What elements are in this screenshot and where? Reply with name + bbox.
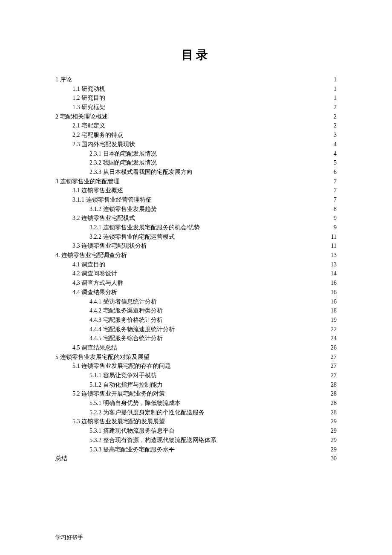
toc-entry[interactable]: 5.1 连锁零售业发展宅配的存在的问题27 bbox=[55, 361, 337, 371]
toc-page-number: 1 bbox=[334, 84, 337, 94]
toc-entry[interactable]: 3.1.1 连锁零售业经营管理特征7 bbox=[55, 195, 337, 205]
toc-page-number: 14 bbox=[331, 269, 337, 278]
toc-label: 4.4.2 宅配服务渠道种类分析 bbox=[89, 306, 163, 315]
toc-label: 1.2 研究目的 bbox=[72, 93, 105, 103]
toc-entry[interactable]: 4.2 调查问卷设计14 bbox=[55, 269, 337, 278]
toc-label: 4.1 调查目的 bbox=[72, 260, 105, 269]
toc-entry[interactable]: 4.4.3 宅配服务价格统计分析19 bbox=[55, 315, 337, 325]
toc-entry[interactable]: 5.3.2 整合现有资源，构造现代物流配送网络体系29 bbox=[55, 436, 337, 445]
toc-entry[interactable]: 2.3.3 从日本模式看我国的宅配发展方向6 bbox=[55, 168, 337, 177]
toc-label: 1.3 研究框架 bbox=[72, 103, 105, 112]
toc-label: 2.2 宅配服务的特点 bbox=[72, 130, 123, 140]
toc-entry[interactable]: 4.5 调查结果总结26 bbox=[55, 343, 337, 353]
toc-label: 5.2 连锁零售业开展宅配业务的对策 bbox=[72, 389, 165, 399]
toc-entry[interactable]: 2.1 宅配定义2 bbox=[55, 121, 337, 130]
toc-page-number: 5 bbox=[334, 158, 337, 168]
toc-page-number: 2 bbox=[334, 103, 337, 112]
toc-entry[interactable]: 3.2.1 连锁零售业发展宅配服务的机会/优势 9 bbox=[55, 223, 337, 232]
toc-page-number: 28 bbox=[331, 399, 337, 408]
toc-page-number: 9 bbox=[334, 223, 337, 232]
toc-label: 4.4.3 宅配服务价格统计分析 bbox=[89, 315, 163, 325]
toc-page-number: 13 bbox=[331, 260, 337, 269]
toc-entry[interactable]: 5.3 连锁零售业发展宅配的发展展望29 bbox=[55, 417, 337, 426]
toc-label: 2 宅配相关理论概述 bbox=[55, 112, 108, 121]
toc-label: 5.3.1 搭建现代物流服务信息平台 bbox=[89, 426, 175, 436]
toc-page-number: 7 bbox=[334, 186, 337, 195]
toc-entry[interactable]: 4.4.4 宅配服务物流速度统计分析22 bbox=[55, 325, 337, 334]
toc-page-number: 28 bbox=[331, 380, 337, 390]
toc-entry[interactable]: 3.1.2 连锁零售业发展趋势8 bbox=[55, 205, 337, 214]
toc-entry[interactable]: 4.4.1 受访者信息统计分析16 bbox=[55, 297, 337, 306]
toc-entry[interactable]: 5.3.3 提高宅配业务宅配服务水平29 bbox=[55, 445, 337, 454]
toc-page-number: 28 bbox=[331, 408, 337, 417]
toc-label: 5.5.1 明确自身优势，降低物流成本 bbox=[89, 399, 181, 408]
toc-entry[interactable]: 1.2 研究目的1 bbox=[55, 93, 337, 103]
toc-entry[interactable]: 1 序论1 bbox=[55, 75, 337, 84]
toc-entry[interactable]: 3.1 连锁零售业概述7 bbox=[55, 186, 337, 195]
toc-entry[interactable]: 4.4.2 宅配服务渠道种类分析18 bbox=[55, 306, 337, 315]
toc-page-number: 11 bbox=[331, 241, 337, 251]
toc-label: 4.5 调查结果总结 bbox=[72, 343, 117, 353]
toc-entry[interactable]: 5.2 连锁零售业开展宅配业务的对策28 bbox=[55, 389, 337, 399]
toc-entry[interactable]: 1.1 研究动机1 bbox=[55, 84, 337, 94]
toc-page-number: 13 bbox=[331, 251, 337, 260]
toc-label: 4.2 调查问卷设计 bbox=[72, 269, 117, 278]
toc-page-number: 19 bbox=[331, 315, 337, 325]
toc-label: 5.1.2 自动化指挥与控制能力 bbox=[89, 380, 163, 390]
toc-page-number: 7 bbox=[334, 177, 337, 186]
toc-page-number: 3 bbox=[334, 130, 337, 140]
toc-page-number: 30 bbox=[331, 454, 337, 463]
toc-label: 2.3.2 我国的宅配发展情况 bbox=[89, 158, 157, 168]
toc-entry[interactable]: 5 连锁零售业发展宅配的对策及展望27 bbox=[55, 353, 337, 362]
toc-entry[interactable]: 5.1.2 自动化指挥与控制能力28 bbox=[55, 380, 337, 390]
toc-entry[interactable]: 总结30 bbox=[55, 454, 337, 463]
toc-page-number: 28 bbox=[331, 389, 337, 399]
toc-entry[interactable]: 5.1.1 容易让竞争对手模仿27 bbox=[55, 371, 337, 380]
toc-page-number: 4 bbox=[334, 140, 337, 149]
toc-page-number: 29 bbox=[331, 436, 337, 445]
toc-entry[interactable]: 2.3.1 日本的宅配发展情况4 bbox=[55, 149, 337, 159]
toc-entry[interactable]: 1.3 研究框架2 bbox=[55, 103, 337, 112]
page-footer: 学习好帮手 bbox=[55, 534, 83, 541]
toc-label: 5.1 连锁零售业发展宅配的存在的问题 bbox=[72, 361, 171, 371]
toc-entry[interactable]: 5.2.2 为客户提供度身定制的个性化配送服务28 bbox=[55, 408, 337, 417]
toc-entry[interactable]: 4.1 调查目的13 bbox=[55, 260, 337, 269]
toc-label: 3.2.2 连锁零售业的宅配运营模式 bbox=[89, 232, 175, 242]
toc-page-number: 16 bbox=[331, 278, 337, 288]
toc-label: 5.2.2 为客户提供度身定制的个性化配送服务 bbox=[89, 408, 205, 417]
toc-entry[interactable]: 4.3 调查方式与人群16 bbox=[55, 278, 337, 288]
toc-entry[interactable]: 3 连锁零售业的宅配管理7 bbox=[55, 177, 337, 186]
toc-page-number: 29 bbox=[331, 445, 337, 454]
toc-entry[interactable]: 4.4.5 宅配服务综合统计分析24 bbox=[55, 334, 337, 343]
toc-entry[interactable]: 2.3 国内外宅配发展现状4 bbox=[55, 140, 337, 149]
toc-label: 5.1.1 容易让竞争对手模仿 bbox=[89, 371, 157, 380]
toc-entry[interactable]: 2 宅配相关理论概述2 bbox=[55, 112, 337, 121]
toc-label: 5.3.2 整合现有资源，构造现代物流配送网络体系 bbox=[89, 436, 216, 445]
toc-page-number: 4 bbox=[334, 149, 337, 159]
toc-label: 5.3.3 提高宅配业务宅配服务水平 bbox=[89, 445, 175, 454]
toc-label: 总结 bbox=[55, 454, 67, 463]
toc-label: 4.4 调查结果分析 bbox=[72, 288, 117, 297]
toc-label: 5.3 连锁零售业发展宅配的发展展望 bbox=[72, 417, 165, 426]
toc-entry[interactable]: 2.3.2 我国的宅配发展情况5 bbox=[55, 158, 337, 168]
toc-page-number: 16 bbox=[331, 288, 337, 297]
toc-entry[interactable]: 5.3.1 搭建现代物流服务信息平台29 bbox=[55, 426, 337, 436]
toc-container: 1 序论11.1 研究动机11.2 研究目的11.3 研究框架22 宅配相关理论… bbox=[55, 75, 337, 463]
toc-page-number: 9 bbox=[334, 214, 337, 223]
toc-entry[interactable]: 3.2.2 连锁零售业的宅配运营模式11 bbox=[55, 232, 337, 242]
toc-page-number: 29 bbox=[331, 417, 337, 426]
toc-page-number: 6 bbox=[334, 168, 337, 177]
toc-label: 2.1 宅配定义 bbox=[72, 121, 105, 130]
toc-entry[interactable]: 3.2 连锁零售业宅配模式9 bbox=[55, 214, 337, 223]
toc-page-number: 1 bbox=[334, 75, 337, 84]
toc-label: 4.4.4 宅配服务物流速度统计分析 bbox=[89, 325, 175, 334]
document-page: 目录 1 序论11.1 研究动机11.2 研究目的11.3 研究框架22 宅配相… bbox=[0, 0, 392, 555]
toc-entry[interactable]: 2.2 宅配服务的特点3 bbox=[55, 130, 337, 140]
toc-label: 4.3 调查方式与人群 bbox=[72, 278, 123, 288]
toc-entry[interactable]: 4. 连锁零售业宅配调查分析13 bbox=[55, 251, 337, 260]
toc-entry[interactable]: 3.3 连锁零售业宅配现状分析11 bbox=[55, 241, 337, 251]
toc-page-number: 27 bbox=[331, 371, 337, 380]
toc-entry[interactable]: 4.4 调查结果分析16 bbox=[55, 288, 337, 297]
toc-entry[interactable]: 5.5.1 明确自身优势，降低物流成本28 bbox=[55, 399, 337, 408]
toc-label: 1 序论 bbox=[55, 75, 72, 84]
